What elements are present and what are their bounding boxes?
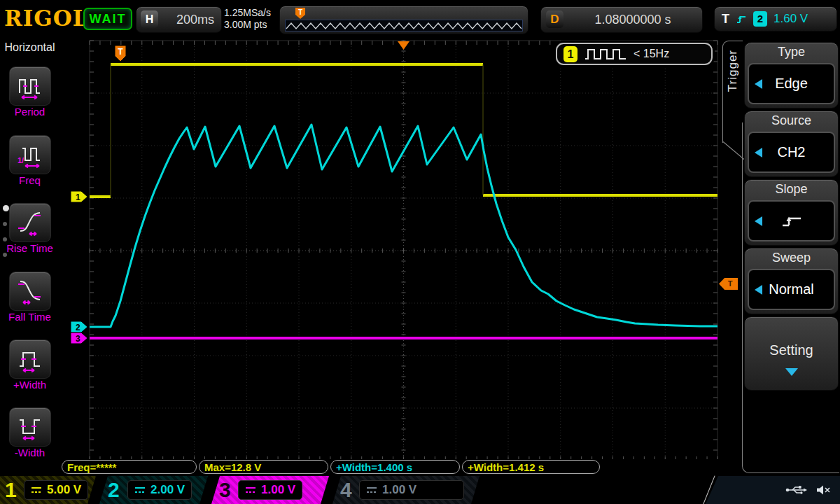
channel-1-badge: 1: [564, 46, 578, 62]
preview-trigger-marker-icon: T: [295, 8, 305, 19]
svg-text:3: 3: [76, 334, 80, 344]
menu-page-dot: [3, 253, 7, 257]
dc-coupling-icon: [245, 486, 256, 494]
timebase-panel[interactable]: H 200ms: [136, 6, 222, 33]
period-icon: [16, 71, 44, 101]
timebase-value: 200ms: [176, 13, 214, 27]
svg-text:T: T: [118, 47, 123, 57]
measurement-max: Max=12.8 V: [199, 460, 328, 474]
system-status-icons: [706, 476, 840, 504]
channel-4-softkey[interactable]: 4 1.00 V: [332, 476, 479, 504]
square-wave-icon: [584, 47, 627, 61]
fall-time-icon: [16, 276, 44, 306]
trigger-level-value: 1.60 V: [774, 12, 808, 26]
channel-4-number: 4: [340, 477, 352, 503]
source-header: Source: [745, 113, 838, 128]
trigger-source-badge: 2: [753, 11, 767, 27]
trigger-status-panel[interactable]: T 2 1.60 V: [714, 6, 837, 31]
channel-1-scale: 5.00 V: [47, 483, 81, 497]
measurement-pwidth-ch2: +Width=1.400 s: [330, 460, 460, 474]
minus-width-icon: [16, 412, 44, 442]
dc-coupling-icon: [366, 486, 377, 494]
channel-status-bar: 1 5.00 V 2 2.00 V 3: [0, 476, 840, 504]
acquisition-info: 1.25MSa/s 3.00M pts: [224, 7, 271, 31]
neg-width-measure-button[interactable]: [9, 407, 51, 447]
svg-text:1: 1: [76, 192, 80, 202]
channel-1-scale-box: 5.00 V: [24, 480, 88, 500]
run-status-badge: WAIT: [83, 8, 132, 30]
channel-3-number: 3: [219, 477, 231, 503]
left-arrow-icon: [755, 285, 762, 295]
down-arrow-icon: [785, 368, 798, 376]
preview-waveform: [286, 21, 522, 30]
measurement-bar: Freq=***** Max=12.8 V +Width=1.400 s +Wi…: [59, 459, 721, 476]
type-header: Type: [745, 45, 838, 59]
freq-icon: 1/: [16, 140, 44, 169]
left-arrow-icon: [755, 148, 762, 158]
h-label: H: [141, 10, 158, 28]
trigger-type-softkey[interactable]: Type Edge: [744, 42, 839, 108]
waveform-display: 123T 1 < 15Hz: [59, 38, 721, 459]
setting-label: Setting: [745, 342, 838, 358]
channel-4-scale-box: 1.00 V: [359, 480, 464, 500]
trigger-sweep-softkey[interactable]: Sweep Normal: [744, 248, 839, 314]
channel-3-softkey-selected[interactable]: 3 1.00 V: [211, 476, 329, 504]
plus-width-icon: [16, 344, 44, 374]
speaker-muted-icon: [816, 484, 830, 496]
freq-label: Freq: [0, 174, 59, 186]
usb-icon: [785, 484, 807, 496]
menu-page-dot: [3, 237, 7, 241]
sample-rate: 1.25MSa/s: [224, 7, 271, 19]
waveform-preview-panel[interactable]: T: [279, 6, 528, 34]
trigger-setting-softkey[interactable]: Setting: [744, 316, 839, 391]
measurement-pwidth-ch1: +Width=1.412 s: [462, 460, 600, 474]
oscilloscope-screen: RIGOL WAIT H 200ms 1.25MSa/s 3.00M pts T…: [0, 0, 840, 504]
sweep-value-box: Normal: [748, 269, 835, 310]
rise-time-icon: [16, 208, 44, 237]
slope-value-box: [748, 200, 835, 241]
trigger-source-softkey[interactable]: Source CH2: [744, 111, 839, 177]
trigger-label: T: [722, 12, 729, 27]
rise-time-label: Rise Time: [0, 242, 59, 254]
menu-page-dot: [3, 222, 7, 226]
graticule-and-traces: 123T: [59, 38, 721, 459]
fall-time-measure-button[interactable]: [9, 272, 51, 311]
neg-width-label: -Width: [0, 447, 59, 458]
measurement-freq: Freq=*****: [62, 460, 197, 474]
delay-panel[interactable]: D 1.08000000 s: [540, 6, 703, 33]
type-value: Edge: [775, 76, 808, 92]
channel-2-scale: 2.00 V: [150, 483, 185, 497]
freq-measure-button[interactable]: 1/: [9, 135, 51, 174]
rigol-logo: RIGOL: [4, 6, 89, 31]
channel-1-softkey[interactable]: 1 5.00 V: [0, 476, 96, 504]
left-measure-menu: Horizontal Period 1/ Freq Rise Ti: [0, 38, 60, 459]
type-value-box: Edge: [748, 63, 835, 104]
trigger-level-marker[interactable]: T: [719, 278, 738, 290]
period-label: Period: [0, 106, 59, 118]
source-value-box: CH2: [748, 132, 835, 173]
channel-2-softkey[interactable]: 2 2.00 V: [99, 476, 208, 504]
channel-3-scale: 1.00 V: [261, 483, 295, 497]
trigger-menu-tab: Trigger: [722, 41, 743, 143]
trigger-menu: Trigger Type Edge Source CH2 Slope: [721, 38, 840, 476]
trigger-slope-softkey[interactable]: Slope: [744, 179, 839, 246]
slope-header: Slope: [745, 182, 838, 197]
left-menu-title: Horizontal: [0, 41, 59, 54]
dc-coupling-icon: [134, 486, 146, 494]
sweep-value: Normal: [769, 281, 813, 298]
channel-3-scale-box: 1.00 V: [238, 480, 302, 500]
channel-2-number: 2: [108, 477, 120, 503]
delay-label: D: [546, 10, 564, 28]
svg-text:1/: 1/: [18, 156, 24, 164]
left-arrow-icon: [755, 79, 762, 89]
trigger-tab-label: Trigger: [726, 50, 740, 92]
rise-time-measure-button[interactable]: [9, 203, 51, 242]
pos-width-measure-button[interactable]: [9, 340, 51, 379]
svg-text:2: 2: [76, 323, 80, 332]
channel-2-scale-box: 2.00 V: [127, 480, 192, 500]
rising-edge-icon: [736, 13, 747, 24]
trigger-frequency-value: < 15Hz: [634, 48, 669, 60]
period-measure-button[interactable]: [9, 66, 51, 106]
left-arrow-icon: [755, 216, 762, 226]
top-status-bar: RIGOL WAIT H 200ms 1.25MSa/s 3.00M pts T…: [0, 0, 840, 38]
